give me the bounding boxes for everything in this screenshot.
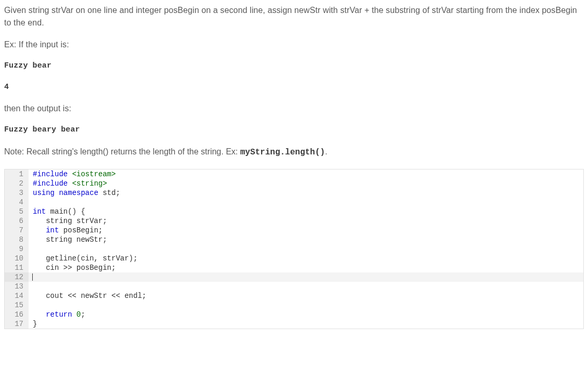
problem-description: Given string strVar on one line and inte… bbox=[4, 4, 584, 29]
line-number: 13 bbox=[5, 282, 29, 291]
code-editor[interactable]: 1#include <iostream>2#include <string>3u… bbox=[4, 169, 584, 329]
code-content[interactable] bbox=[29, 198, 583, 207]
example-output: Fuzzy beary bear bbox=[4, 124, 584, 136]
code-content[interactable]: using namespace std; bbox=[29, 188, 583, 198]
note-suffix: . bbox=[325, 147, 327, 156]
code-content[interactable]: #include <string> bbox=[29, 179, 583, 188]
line-number: 10 bbox=[5, 254, 29, 263]
code-content[interactable] bbox=[29, 272, 583, 282]
code-line[interactable]: 12 bbox=[5, 272, 583, 282]
code-line[interactable]: 10 getline(cin, strVar); bbox=[5, 254, 583, 263]
code-line[interactable]: 2#include <string> bbox=[5, 179, 583, 188]
note-prefix: Note: Recall string's length() returns t… bbox=[4, 147, 240, 156]
code-line[interactable]: 1#include <iostream> bbox=[5, 169, 583, 179]
line-number: 3 bbox=[5, 188, 29, 198]
code-line[interactable]: 11 cin >> posBegin; bbox=[5, 263, 583, 272]
line-number: 8 bbox=[5, 235, 29, 244]
code-content[interactable]: getline(cin, strVar); bbox=[29, 254, 583, 263]
code-line[interactable]: 7 int posBegin; bbox=[5, 226, 583, 235]
note-code: myString.length() bbox=[240, 148, 325, 157]
line-number: 4 bbox=[5, 198, 29, 207]
line-number: 2 bbox=[5, 179, 29, 188]
code-content[interactable]: } bbox=[29, 319, 583, 329]
code-line[interactable]: 4 bbox=[5, 198, 583, 207]
code-line[interactable]: 5int main() { bbox=[5, 207, 583, 216]
line-number: 14 bbox=[5, 291, 29, 300]
text-cursor bbox=[32, 273, 33, 281]
line-number: 9 bbox=[5, 244, 29, 254]
code-line[interactable]: 8 string newStr; bbox=[5, 235, 583, 244]
line-number: 17 bbox=[5, 319, 29, 329]
code-line[interactable]: 17} bbox=[5, 319, 583, 329]
code-content[interactable]: #include <iostream> bbox=[29, 169, 583, 179]
example-input-line2: 4 bbox=[4, 82, 584, 94]
code-content[interactable]: return 0; bbox=[29, 310, 583, 319]
code-line[interactable]: 3using namespace std; bbox=[5, 188, 583, 198]
line-number: 7 bbox=[5, 226, 29, 235]
line-number: 15 bbox=[5, 300, 29, 310]
code-line[interactable]: 13 bbox=[5, 282, 583, 291]
code-line[interactable]: 6 string strVar; bbox=[5, 216, 583, 226]
code-content[interactable]: string strVar; bbox=[29, 216, 583, 226]
code-content[interactable]: int posBegin; bbox=[29, 226, 583, 235]
example-input-line1: Fuzzy bear bbox=[4, 60, 584, 72]
code-content[interactable]: cout << newStr << endl; bbox=[29, 291, 583, 300]
line-number: 1 bbox=[5, 169, 29, 179]
code-line[interactable]: 16 return 0; bbox=[5, 310, 583, 319]
code-content[interactable] bbox=[29, 300, 583, 310]
output-intro: then the output is: bbox=[4, 102, 584, 115]
code-line[interactable]: 15 bbox=[5, 300, 583, 310]
code-content[interactable]: string newStr; bbox=[29, 235, 583, 244]
example-intro: Ex: If the input is: bbox=[4, 38, 584, 51]
line-number: 16 bbox=[5, 310, 29, 319]
code-line[interactable]: 14 cout << newStr << endl; bbox=[5, 291, 583, 300]
code-content[interactable] bbox=[29, 244, 583, 254]
line-number: 11 bbox=[5, 263, 29, 272]
code-content[interactable] bbox=[29, 282, 583, 291]
note-line: Note: Recall string's length() returns t… bbox=[4, 146, 584, 159]
line-number: 12 bbox=[5, 272, 29, 282]
code-line[interactable]: 9 bbox=[5, 244, 583, 254]
code-content[interactable]: cin >> posBegin; bbox=[29, 263, 583, 272]
line-number: 5 bbox=[5, 207, 29, 216]
code-content[interactable]: int main() { bbox=[29, 207, 583, 216]
line-number: 6 bbox=[5, 216, 29, 226]
